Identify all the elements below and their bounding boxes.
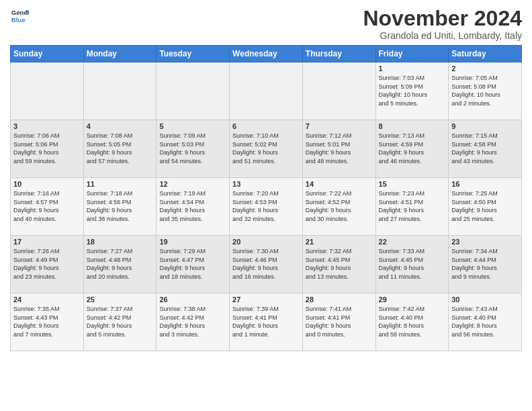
calendar-day (157, 62, 230, 120)
day-number: 5 (159, 122, 226, 130)
logo: General Blue (10, 7, 29, 26)
day-info: Sunrise: 7:32 AM Sunset: 4:45 PM Dayligh… (306, 247, 373, 281)
calendar-day: 28Sunrise: 7:41 AM Sunset: 4:41 PM Dayli… (302, 293, 375, 351)
day-number: 26 (159, 295, 226, 304)
calendar-day: 1Sunrise: 7:03 AM Sunset: 5:09 PM Daylig… (375, 62, 449, 120)
day-info: Sunrise: 7:42 AM Sunset: 4:40 PM Dayligh… (379, 305, 446, 338)
title-block: November 2024 Grandola ed Uniti, Lombard… (363, 7, 522, 41)
calendar-day: 17Sunrise: 7:26 AM Sunset: 4:49 PM Dayli… (11, 236, 84, 293)
day-info: Sunrise: 7:43 AM Sunset: 4:40 PM Dayligh… (451, 305, 519, 338)
day-number: 18 (87, 238, 154, 246)
day-number: 13 (232, 180, 300, 188)
calendar-day: 4Sunrise: 7:08 AM Sunset: 5:05 PM Daylig… (83, 120, 157, 178)
day-number: 29 (379, 295, 446, 304)
calendar-day (11, 62, 84, 120)
header-wednesday: Wednesday (230, 46, 303, 62)
calendar-day: 30Sunrise: 7:43 AM Sunset: 4:40 PM Dayli… (449, 293, 522, 351)
day-info: Sunrise: 7:30 AM Sunset: 4:46 PM Dayligh… (232, 247, 300, 281)
calendar-day: 2Sunrise: 7:05 AM Sunset: 5:08 PM Daylig… (449, 62, 522, 120)
calendar-day: 25Sunrise: 7:37 AM Sunset: 4:42 PM Dayli… (83, 293, 157, 351)
calendar-day (83, 62, 157, 120)
svg-text:Blue: Blue (11, 16, 26, 24)
day-info: Sunrise: 7:22 AM Sunset: 4:52 PM Dayligh… (306, 189, 373, 223)
day-number: 23 (451, 238, 519, 246)
day-info: Sunrise: 7:12 AM Sunset: 5:01 PM Dayligh… (306, 132, 373, 165)
calendar-day: 11Sunrise: 7:18 AM Sunset: 4:56 PM Dayli… (83, 178, 157, 236)
calendar-week-2: 3Sunrise: 7:06 AM Sunset: 5:06 PM Daylig… (11, 120, 522, 178)
day-info: Sunrise: 7:03 AM Sunset: 5:09 PM Dayligh… (379, 74, 446, 107)
calendar-week-5: 24Sunrise: 7:35 AM Sunset: 4:43 PM Dayli… (11, 293, 522, 351)
day-number: 9 (451, 122, 519, 130)
calendar-day: 29Sunrise: 7:42 AM Sunset: 4:40 PM Dayli… (375, 293, 449, 351)
header-friday: Friday (375, 46, 449, 62)
day-info: Sunrise: 7:39 AM Sunset: 4:41 PM Dayligh… (232, 305, 300, 338)
calendar-day: 20Sunrise: 7:30 AM Sunset: 4:46 PM Dayli… (230, 236, 303, 293)
calendar-day: 21Sunrise: 7:32 AM Sunset: 4:45 PM Dayli… (302, 236, 375, 293)
day-number: 20 (232, 238, 300, 246)
day-number: 30 (451, 295, 519, 304)
day-number: 14 (306, 180, 373, 188)
day-number: 1 (379, 64, 446, 73)
day-number: 8 (379, 122, 446, 130)
day-number: 2 (451, 64, 519, 73)
calendar-day (302, 62, 375, 120)
calendar-week-1: 1Sunrise: 7:03 AM Sunset: 5:09 PM Daylig… (11, 62, 522, 120)
day-info: Sunrise: 7:26 AM Sunset: 4:49 PM Dayligh… (13, 247, 81, 281)
day-number: 21 (306, 238, 373, 246)
calendar-day: 5Sunrise: 7:09 AM Sunset: 5:03 PM Daylig… (157, 120, 230, 178)
calendar-day: 14Sunrise: 7:22 AM Sunset: 4:52 PM Dayli… (302, 178, 375, 236)
day-info: Sunrise: 7:38 AM Sunset: 4:42 PM Dayligh… (159, 305, 226, 338)
day-info: Sunrise: 7:16 AM Sunset: 4:57 PM Dayligh… (13, 189, 81, 223)
day-info: Sunrise: 7:29 AM Sunset: 4:47 PM Dayligh… (159, 247, 226, 281)
day-number: 7 (306, 122, 373, 130)
calendar-week-3: 10Sunrise: 7:16 AM Sunset: 4:57 PM Dayli… (11, 178, 522, 236)
location-subtitle: Grandola ed Uniti, Lombardy, Italy (363, 30, 522, 41)
header-thursday: Thursday (302, 46, 375, 62)
calendar-day: 10Sunrise: 7:16 AM Sunset: 4:57 PM Dayli… (11, 178, 84, 236)
calendar-table: Sunday Monday Tuesday Wednesday Thursday… (10, 45, 522, 351)
day-info: Sunrise: 7:19 AM Sunset: 4:54 PM Dayligh… (159, 189, 226, 223)
day-info: Sunrise: 7:13 AM Sunset: 4:59 PM Dayligh… (379, 132, 446, 165)
day-number: 24 (13, 295, 81, 304)
page-header: General Blue November 2024 Grandola ed U… (10, 7, 522, 41)
day-number: 22 (379, 238, 446, 246)
day-number: 4 (87, 122, 154, 130)
day-info: Sunrise: 7:09 AM Sunset: 5:03 PM Dayligh… (159, 132, 226, 165)
day-info: Sunrise: 7:27 AM Sunset: 4:48 PM Dayligh… (87, 247, 154, 281)
day-info: Sunrise: 7:25 AM Sunset: 4:50 PM Dayligh… (451, 189, 519, 223)
day-info: Sunrise: 7:05 AM Sunset: 5:08 PM Dayligh… (451, 74, 519, 107)
calendar-day: 26Sunrise: 7:38 AM Sunset: 4:42 PM Dayli… (157, 293, 230, 351)
day-info: Sunrise: 7:08 AM Sunset: 5:05 PM Dayligh… (87, 132, 154, 165)
month-title: November 2024 (363, 7, 522, 30)
calendar-day: 22Sunrise: 7:33 AM Sunset: 4:45 PM Dayli… (375, 236, 449, 293)
calendar-day: 7Sunrise: 7:12 AM Sunset: 5:01 PM Daylig… (302, 120, 375, 178)
day-info: Sunrise: 7:34 AM Sunset: 4:44 PM Dayligh… (451, 247, 519, 281)
day-number: 6 (232, 122, 300, 130)
calendar-day: 13Sunrise: 7:20 AM Sunset: 4:53 PM Dayli… (230, 178, 303, 236)
calendar-day: 19Sunrise: 7:29 AM Sunset: 4:47 PM Dayli… (157, 236, 230, 293)
header-saturday: Saturday (449, 46, 522, 62)
day-number: 12 (159, 180, 226, 188)
day-number: 19 (159, 238, 226, 246)
header-monday: Monday (83, 46, 157, 62)
day-info: Sunrise: 7:23 AM Sunset: 4:51 PM Dayligh… (379, 189, 446, 223)
day-number: 15 (379, 180, 446, 188)
day-info: Sunrise: 7:37 AM Sunset: 4:42 PM Dayligh… (87, 305, 154, 338)
day-info: Sunrise: 7:35 AM Sunset: 4:43 PM Dayligh… (13, 305, 81, 338)
day-number: 11 (87, 180, 154, 188)
calendar-day: 15Sunrise: 7:23 AM Sunset: 4:51 PM Dayli… (375, 178, 449, 236)
header-tuesday: Tuesday (157, 46, 230, 62)
day-number: 28 (306, 295, 373, 304)
day-info: Sunrise: 7:06 AM Sunset: 5:06 PM Dayligh… (13, 132, 81, 165)
day-info: Sunrise: 7:18 AM Sunset: 4:56 PM Dayligh… (87, 189, 154, 223)
calendar-day: 16Sunrise: 7:25 AM Sunset: 4:50 PM Dayli… (449, 178, 522, 236)
calendar-day: 8Sunrise: 7:13 AM Sunset: 4:59 PM Daylig… (375, 120, 449, 178)
day-number: 3 (13, 122, 81, 130)
calendar-day: 23Sunrise: 7:34 AM Sunset: 4:44 PM Dayli… (449, 236, 522, 293)
day-number: 16 (451, 180, 519, 188)
calendar-day: 27Sunrise: 7:39 AM Sunset: 4:41 PM Dayli… (230, 293, 303, 351)
day-number: 25 (87, 295, 154, 304)
calendar-day: 3Sunrise: 7:06 AM Sunset: 5:06 PM Daylig… (11, 120, 84, 178)
calendar-week-4: 17Sunrise: 7:26 AM Sunset: 4:49 PM Dayli… (11, 236, 522, 293)
day-info: Sunrise: 7:33 AM Sunset: 4:45 PM Dayligh… (379, 247, 446, 281)
